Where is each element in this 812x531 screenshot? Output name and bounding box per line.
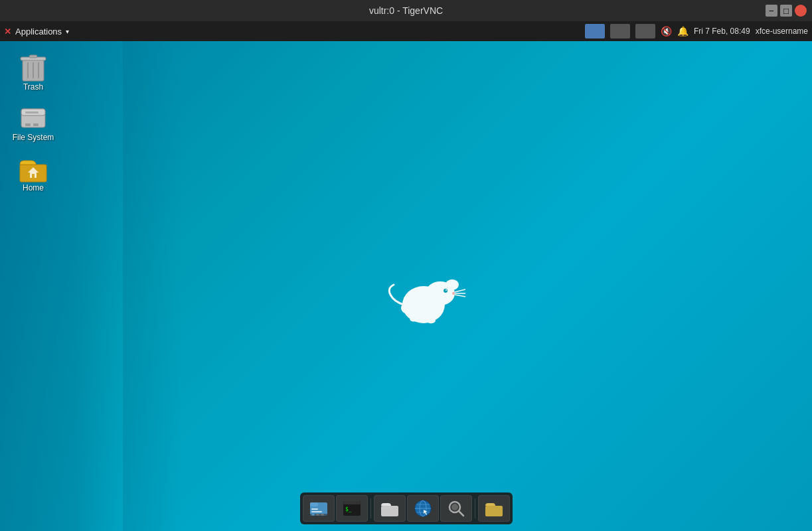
svg-rect-38 xyxy=(381,506,398,516)
minimize-button[interactable]: − xyxy=(766,5,777,17)
trash-label: Trash xyxy=(23,82,43,92)
folder-icon xyxy=(380,499,400,518)
filesystem-label: File System xyxy=(13,133,54,142)
xfce-mouse-logo xyxy=(380,268,467,328)
svg-rect-34 xyxy=(321,514,324,516)
taskbar-terminal[interactable]: $_ xyxy=(336,495,368,522)
applications-menu[interactable]: ✕ Applications ▾ xyxy=(4,27,69,37)
svg-point-20 xyxy=(452,292,455,295)
close-button[interactable] xyxy=(795,5,807,17)
svg-rect-33 xyxy=(316,514,319,516)
trash-icon-item[interactable]: Trash xyxy=(7,48,60,94)
svg-rect-2 xyxy=(29,55,37,58)
svg-rect-28 xyxy=(310,502,318,506)
svg-rect-8 xyxy=(25,123,31,126)
vnc-window: vultr:0 - TigerVNC − □ ✕ Applications ▾ … xyxy=(0,0,812,531)
filesystem-icon xyxy=(19,104,48,133)
workspace-1-button[interactable] xyxy=(585,24,605,38)
apps-menu-indicator: ▾ xyxy=(66,28,69,35)
home-folder-icon xyxy=(19,154,48,183)
applications-label: Applications xyxy=(15,27,62,37)
svg-line-23 xyxy=(455,295,465,297)
svg-rect-14 xyxy=(32,174,35,178)
taskbar-separator-2 xyxy=(475,498,475,518)
terminal-icon: $_ xyxy=(342,499,362,518)
maximize-button[interactable]: □ xyxy=(780,5,792,17)
file-manager-icon xyxy=(309,499,329,518)
svg-line-46 xyxy=(459,511,463,516)
svg-rect-9 xyxy=(33,123,39,126)
search-icon xyxy=(446,499,466,518)
svg-rect-32 xyxy=(311,514,315,516)
desktop: Trash File System xyxy=(0,41,812,531)
svg-point-18 xyxy=(444,289,447,293)
trash-icon xyxy=(19,50,48,82)
svg-rect-48 xyxy=(485,506,503,516)
desktop-icons: Trash File System xyxy=(7,48,60,195)
svg-point-47 xyxy=(451,504,458,510)
workspace-3-button[interactable] xyxy=(635,24,655,38)
svg-rect-29 xyxy=(311,508,318,510)
svg-point-17 xyxy=(446,279,459,290)
notification-bell-icon[interactable]: 🔔 xyxy=(677,26,689,37)
panel-top: ✕ Applications ▾ 🔇 🔔 Fri 7 Feb, 08:49 xf… xyxy=(0,21,812,41)
title-bar-controls: − □ xyxy=(766,5,807,17)
datetime-display: Fri 7 Feb, 08:49 xyxy=(694,27,750,36)
taskbar-search[interactable] xyxy=(440,495,472,522)
username-display[interactable]: xfce-username xyxy=(756,27,808,36)
panel-right: 🔇 🔔 Fri 7 Feb, 08:49 xfce-username xyxy=(585,24,808,38)
svg-rect-30 xyxy=(311,511,322,512)
window-title: vultr:0 - TigerVNC xyxy=(369,5,443,16)
svg-point-19 xyxy=(446,289,447,291)
browser-icon xyxy=(413,499,433,518)
svg-rect-10 xyxy=(25,112,39,114)
home-label: Home xyxy=(23,183,44,192)
apps-x-icon: ✕ xyxy=(4,27,11,37)
svg-text:$_: $_ xyxy=(345,506,352,512)
taskbar-bottom: $_ xyxy=(300,493,513,524)
taskbar-file-manager[interactable] xyxy=(303,495,335,522)
taskbar-folder[interactable] xyxy=(374,495,406,522)
volume-icon[interactable]: 🔇 xyxy=(661,26,672,37)
filesystem-icon-item[interactable]: File System xyxy=(7,101,60,145)
svg-line-21 xyxy=(455,289,465,292)
home-icon-item[interactable]: Home xyxy=(7,151,60,195)
taskbar-files[interactable] xyxy=(478,495,510,522)
title-bar: vultr:0 - TigerVNC − □ xyxy=(0,0,812,21)
taskbar-browser[interactable] xyxy=(407,495,439,522)
workspace-2-button[interactable] xyxy=(610,24,630,38)
svg-point-26 xyxy=(401,301,420,315)
taskbar-separator-1 xyxy=(370,498,371,518)
files-icon xyxy=(484,499,504,518)
svg-rect-36 xyxy=(343,501,361,504)
